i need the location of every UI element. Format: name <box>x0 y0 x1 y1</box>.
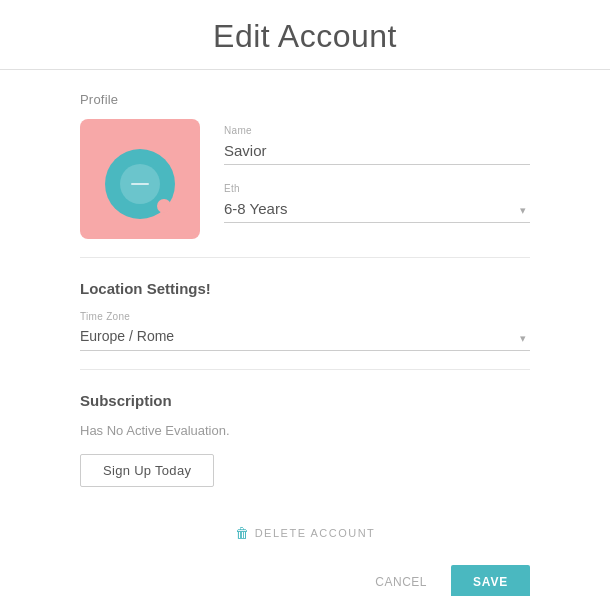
footer-buttons: CANCEL SAVE <box>0 551 610 596</box>
timezone-select[interactable]: Europe / Rome America / New_York America… <box>80 326 530 351</box>
trash-icon: 🗑 <box>235 525 249 541</box>
name-field-group: Name <box>224 125 530 165</box>
location-section: Location Settings! Time Zone Europe / Ro… <box>80 258 530 370</box>
form-body: Profile Name <box>0 70 610 505</box>
subscription-section: Subscription Has No Active Evaluation. S… <box>80 370 530 505</box>
page-title: Edit Account <box>0 0 610 70</box>
page-container: Edit Account Profile Name <box>0 0 610 596</box>
timezone-select-wrapper: Europe / Rome America / New_York America… <box>80 326 530 351</box>
delete-account-row: 🗑 DELETE ACCOUNT <box>235 525 376 541</box>
profile-section: Profile Name <box>80 70 530 258</box>
avatar-dot-icon <box>157 199 171 213</box>
subscription-status: Has No Active Evaluation. <box>80 423 530 438</box>
eth-select-wrapper: 6-8 Years 0-2 Years 2-4 Years 4-6 Years … <box>224 198 530 223</box>
save-button[interactable]: SAVE <box>451 565 530 596</box>
subscription-status-text: Has No Active Evaluation. <box>80 423 230 438</box>
cancel-button[interactable]: CANCEL <box>361 565 441 596</box>
avatar-dash-icon <box>131 183 149 186</box>
profile-label: Profile <box>80 92 530 107</box>
location-title: Location Settings! <box>80 280 530 297</box>
sign-up-button[interactable]: Sign Up Today <box>80 454 214 487</box>
avatar-circle-inner <box>120 164 160 204</box>
timezone-field-group: Time Zone Europe / Rome America / New_Yo… <box>80 311 530 351</box>
profile-fields: Name Eth 6-8 Years 0-2 Years 2-4 Years 4… <box>224 119 530 223</box>
avatar[interactable] <box>80 119 200 239</box>
subscription-title: Subscription <box>80 392 530 409</box>
name-input[interactable] <box>224 140 530 165</box>
delete-account-button[interactable]: DELETE ACCOUNT <box>255 527 376 539</box>
name-label: Name <box>224 125 530 136</box>
eth-select[interactable]: 6-8 Years 0-2 Years 2-4 Years 4-6 Years … <box>224 198 530 223</box>
avatar-circle-outer <box>105 149 175 219</box>
eth-field-group: Eth 6-8 Years 0-2 Years 2-4 Years 4-6 Ye… <box>224 183 530 223</box>
profile-row: Name Eth 6-8 Years 0-2 Years 2-4 Years 4… <box>80 119 530 239</box>
timezone-label: Time Zone <box>80 311 530 322</box>
eth-label: Eth <box>224 183 530 194</box>
